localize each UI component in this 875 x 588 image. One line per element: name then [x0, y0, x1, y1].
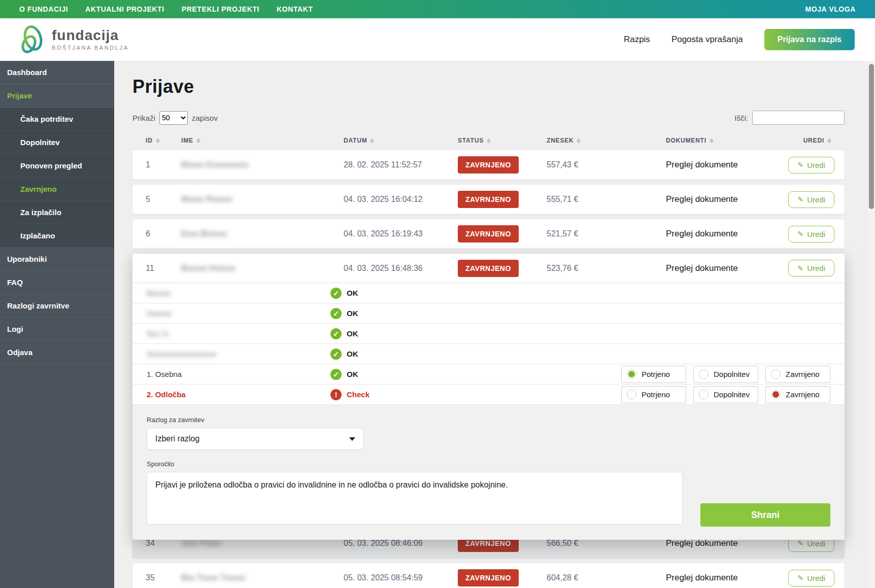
col-header-znesek[interactable]: ZNESEK: [533, 137, 653, 144]
sidebar-item-odjava[interactable]: Odjava: [0, 341, 114, 364]
sidebar-item-dashboard[interactable]: Dashboard: [0, 61, 114, 84]
pencil-icon: ✎: [797, 161, 803, 169]
sidebar-item-logi[interactable]: Logi: [0, 318, 114, 341]
radio-icon[interactable]: [699, 390, 709, 399]
sort-icon[interactable]: [196, 139, 200, 143]
col-header-id[interactable]: ID: [132, 137, 168, 144]
detail-row: 5xx,7x ✓OK: [132, 324, 845, 344]
cell-edit: ✎Uredi: [787, 260, 845, 276]
top-nav-kontakt[interactable]: KONTAKT: [277, 5, 313, 13]
expanded-row-panel: 11 Bxxxxx Hxxxxx 04. 03. 2025 16:48:36 Z…: [132, 254, 845, 540]
prijava-na-razpis-button[interactable]: Prijava na razpis: [764, 29, 855, 50]
preglej-dokumente-link[interactable]: Preglej dokumente: [666, 229, 738, 238]
radio-dopolnitev[interactable]: Dopolnitev: [693, 366, 758, 383]
table-row-expanded[interactable]: 11 Bxxxxx Hxxxxx 04. 03. 2025 16:48:36 Z…: [132, 254, 845, 283]
radio-potrjeno[interactable]: Potrjeno: [621, 366, 686, 383]
cell-status: ZAVRNJENO: [445, 260, 533, 277]
cell-date: 05. 03. 2025 08:46:06: [330, 539, 445, 548]
uredi-button[interactable]: ✎Uredi: [788, 260, 834, 276]
uredi-button[interactable]: ✎Uredi: [788, 191, 834, 208]
cell-status: ZAVRNJENO: [445, 225, 533, 243]
sidebar-item-zavrnjeno[interactable]: Zavrnjeno: [0, 178, 114, 201]
sort-icon[interactable]: [577, 139, 581, 143]
cell-documents: Preglej dokumente: [653, 538, 787, 548]
detail-status: ✓OK: [330, 349, 358, 360]
message-textarea[interactable]: Prijavi je priložena odločba o pravici d…: [147, 472, 683, 525]
top-nav-o-fundaciji[interactable]: O FUNDACIJI: [19, 5, 68, 13]
radio-zavrnjeno[interactable]: Zavrnjeno: [765, 366, 830, 383]
sidebar-item-za-izplacilo[interactable]: Za izplačilo: [0, 201, 114, 224]
col-header-status[interactable]: STATUS: [445, 137, 533, 144]
pencil-icon: ✎: [797, 195, 803, 203]
radio-icon[interactable]: [627, 390, 636, 399]
shrani-button[interactable]: Shrani: [700, 503, 830, 527]
detail-label: 1. Osebna: [147, 370, 330, 378]
sidebar-item-razlogi-zavrnitve[interactable]: Razlogi zavrnitve: [0, 294, 114, 318]
radio-selected-icon[interactable]: [771, 390, 781, 399]
pencil-icon: ✎: [797, 230, 803, 238]
sidebar-item-dopolnitev[interactable]: Dopolnitev: [0, 131, 114, 154]
sidebar-item-caka-potrditev[interactable]: Čaka potrditev: [0, 108, 114, 131]
reason-select[interactable]: Izberi razlog: [147, 428, 364, 450]
preglej-dokumente-link[interactable]: Preglej dokumente: [666, 160, 738, 169]
cell-amount: 523,76 €: [533, 264, 653, 273]
sort-icon[interactable]: [710, 139, 714, 143]
radio-zavrnjeno[interactable]: Zavrnjeno: [765, 386, 830, 403]
table-header: ID IME DATUM STATUS ZNESEK DOKUMENTI URE…: [132, 137, 845, 150]
detail-label: 2. Odločba: [147, 390, 330, 399]
preglej-dokumente-link[interactable]: Preglej dokumente: [666, 573, 738, 582]
table-row[interactable]: 35 Bxx Txxxx Txxxxx 05. 03. 2025 08:54:5…: [132, 563, 845, 588]
sidebar-item-prijave[interactable]: Prijave: [0, 84, 114, 108]
sidebar-item-ponoven-pregled[interactable]: Ponoven pregled: [0, 154, 114, 178]
sort-icon[interactable]: [370, 139, 374, 143]
cell-documents: Preglej dokumente: [653, 229, 787, 239]
cell-id: 1: [132, 160, 168, 169]
page-length-select[interactable]: 50: [159, 111, 188, 125]
col-header-ime[interactable]: IME: [168, 137, 330, 144]
sidebar-item-faq[interactable]: FAQ: [0, 271, 114, 294]
sidebar-item-uporabniki[interactable]: Uporabniki: [0, 248, 114, 271]
table-row[interactable]: 6 Exxx Bxxxxx 04. 03. 2025 16:19:43 ZAVR…: [132, 219, 845, 249]
uredi-button[interactable]: ✎Uredi: [788, 157, 834, 174]
col-header-uredi[interactable]: UREDI: [787, 137, 845, 144]
top-nav: O FUNDACIJI AKTUALNI PROJEKTI PRETEKLI P…: [19, 5, 313, 13]
check-icon: ✓: [330, 288, 342, 299]
cell-documents: Preglej dokumente: [653, 263, 787, 273]
header-nav-pogosta-vprasanja[interactable]: Pogosta vprašanja: [671, 34, 743, 45]
page-title: Prijave: [132, 76, 845, 97]
scrollbar-track[interactable]: [868, 61, 875, 588]
cell-status: ZAVRNJENO: [445, 191, 533, 208]
sort-icon[interactable]: [156, 139, 160, 143]
top-nav-pretekli-projekti[interactable]: PRETEKLI PROJEKTI: [182, 5, 259, 13]
radio-icon[interactable]: [771, 369, 781, 379]
top-nav-aktualni-projekti[interactable]: AKTUALNI PROJEKTI: [85, 5, 164, 13]
radio-selected-icon[interactable]: [627, 369, 636, 379]
col-header-dokumenti[interactable]: DOKUMENTI: [653, 137, 787, 144]
scrollbar-thumb[interactable]: [869, 64, 874, 209]
top-nav-moja-vloga[interactable]: MOJA VLOGA: [805, 5, 856, 13]
preglej-dokumente-link[interactable]: Preglej dokumente: [666, 194, 738, 204]
sort-icon[interactable]: [487, 139, 491, 143]
col-header-datum[interactable]: DATUM: [330, 137, 445, 144]
sort-icon[interactable]: [827, 139, 831, 143]
pencil-icon: ✎: [797, 539, 803, 547]
table-row[interactable]: 5 Mxxxx Rxxxxx 04. 03. 2025 16:04:12 ZAV…: [132, 185, 845, 214]
radio-icon[interactable]: [699, 369, 709, 379]
exclamation-icon: !: [330, 389, 342, 400]
header-nav-razpis[interactable]: Razpis: [624, 34, 650, 45]
table-row[interactable]: 1 Mxxxx Kxxxxxxxxx 28. 02. 2025 11:52:57…: [132, 150, 845, 180]
logo-icon: [18, 24, 46, 55]
logo[interactable]: fundacija BOŠTJANA BANDLJA: [18, 24, 129, 55]
pencil-icon: ✎: [797, 264, 803, 272]
detail-status: ✓OK: [330, 328, 358, 339]
table-controls: Prikaži 50 zapisov Išči:: [132, 111, 845, 125]
search-input[interactable]: [752, 111, 845, 125]
uredi-button[interactable]: ✎Uredi: [788, 226, 834, 243]
sidebar-item-izplacano[interactable]: Izplačano: [0, 224, 114, 248]
uredi-button[interactable]: ✎Uredi: [788, 570, 834, 586]
rejection-form: Razlog za zavrnitev Izberi razlog Sporoč…: [132, 405, 845, 540]
radio-potrjeno[interactable]: Potrjeno: [621, 386, 686, 403]
radio-dopolnitev[interactable]: Dopolnitev: [693, 386, 758, 403]
preglej-dokumente-link[interactable]: Preglej dokumente: [666, 263, 738, 273]
cell-amount: 566,50 €: [533, 539, 653, 548]
